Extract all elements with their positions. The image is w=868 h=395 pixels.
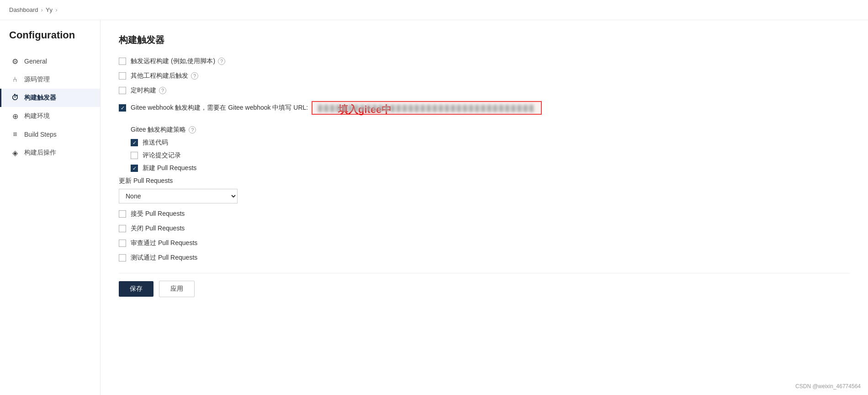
help-scheduled[interactable]: ? [159,87,166,94]
sidebar-item-post-build[interactable]: ◈ 构建后操作 [0,144,100,162]
sidebar-label-env: 构建环境 [24,112,50,120]
row-remote: 触发远程构建 (例如,使用脚本) ? [119,57,850,65]
help-remote[interactable]: ? [218,58,225,65]
label-scheduled: 定时构建 [131,86,156,95]
build-steps-icon: ≡ [11,130,20,139]
sidebar-item-source[interactable]: ⑃ 源码管理 [0,70,100,89]
source-icon: ⑃ [11,75,20,84]
label-close-pr: 关闭 Pull Requests [131,224,185,233]
section-title: 构建触发器 [119,34,850,46]
sidebar-item-build-steps[interactable]: ≡ Build Steps [0,125,100,144]
strategy-block: Gitee 触发构建策略 ? 推送代码 评论提交记录 新建 Pull Reque… [131,126,850,172]
main-content: 构建触发器 触发远程构建 (例如,使用脚本) ? 其他工程构建后触发 ? 定时构… [101,20,868,395]
checkbox-scheduled[interactable] [119,87,126,94]
checkbox-review-pr[interactable] [119,240,126,247]
strategy-title-label: Gitee 触发构建策略 [131,126,186,134]
sidebar-label-build-steps: Build Steps [24,131,57,138]
pr-update-select[interactable]: None Opened Closed Merged [119,189,238,203]
apply-button[interactable]: 应用 [159,281,195,297]
checkbox-new-pr[interactable] [131,165,138,172]
breadcrumb-sep2: › [55,6,57,13]
row-scheduled: 定时构建 ? [119,86,850,95]
row-new-pr: 新建 Pull Requests [131,164,850,172]
pr-update-section: 更新 Pull Requests None Opened Closed Merg… [119,177,850,203]
label-remote: 触发远程构建 (例如,使用脚本) [131,57,215,65]
checkbox-comment[interactable] [131,152,138,159]
row-comment: 评论提交记录 [131,151,850,160]
label-new-pr: 新建 Pull Requests [143,164,196,172]
clock-icon: ⏱ [11,93,20,102]
row-push-code: 推送代码 [131,139,850,147]
row-accept-pr: 接受 Pull Requests [119,210,850,218]
sidebar-item-triggers[interactable]: ⏱ 构建触发器 [0,89,100,107]
sidebar-item-env[interactable]: ⊕ 构建环境 [0,107,100,125]
label-push-code: 推送代码 [143,139,168,147]
help-strategy[interactable]: ? [189,126,196,133]
checkbox-after-other[interactable] [119,72,126,80]
sidebar-item-general[interactable]: ⚙ General [0,52,100,70]
webhook-url-blurred: ████████████████████████████████████ [318,105,535,112]
label-test-pr: 测试通过 Pull Requests [131,254,197,262]
watermark: CSDN @weixin_46774564 [795,383,861,390]
sidebar-label-source: 源码管理 [24,75,50,84]
checkbox-close-pr[interactable] [119,225,126,232]
row-after-other: 其他工程构建后触发 ? [119,72,850,80]
label-accept-pr: 接受 Pull Requests [131,210,185,218]
post-build-icon: ◈ [11,148,20,157]
save-button[interactable]: 保存 [119,281,153,297]
sidebar-label-post-build: 构建后操作 [24,149,56,157]
breadcrumb-dashboard[interactable]: Dashboard [9,6,38,13]
breadcrumb-yy[interactable]: Yy [46,6,53,13]
row-test-pr: 测试通过 Pull Requests [119,254,850,262]
sidebar-label-general: General [24,58,47,65]
sidebar: Configuration ⚙ General ⑃ 源码管理 ⏱ 构建触发器 ⊕… [0,20,101,395]
footer-buttons: 保存 应用 [119,273,850,297]
label-review-pr: 审查通过 Pull Requests [131,239,197,247]
checkbox-accept-pr[interactable] [119,210,126,218]
checkbox-push-code[interactable] [131,139,138,146]
sidebar-label-triggers: 构建触发器 [24,94,56,102]
breadcrumb-sep1: › [41,6,43,13]
label-comment: 评论提交记录 [143,151,181,160]
breadcrumb: Dashboard › Yy › [0,0,868,20]
row-close-pr: 关闭 Pull Requests [119,224,850,233]
checkbox-test-pr[interactable] [119,254,126,262]
checkbox-remote[interactable] [119,58,126,65]
label-after-other: 其他工程构建后触发 [131,72,188,80]
sidebar-title: Configuration [0,29,100,52]
strategy-title-row: Gitee 触发构建策略 ? [131,126,850,134]
env-icon: ⊕ [11,112,20,121]
help-after-other[interactable]: ? [191,72,198,80]
label-gitee-webhook: Gitee webhook 触发构建，需要在 Gitee webhook 中填写… [131,104,308,112]
row-review-pr: 审查通过 Pull Requests [119,239,850,247]
checkbox-gitee-webhook[interactable] [119,104,126,112]
gear-icon: ⚙ [11,57,20,66]
pr-update-label: 更新 Pull Requests [119,177,850,185]
